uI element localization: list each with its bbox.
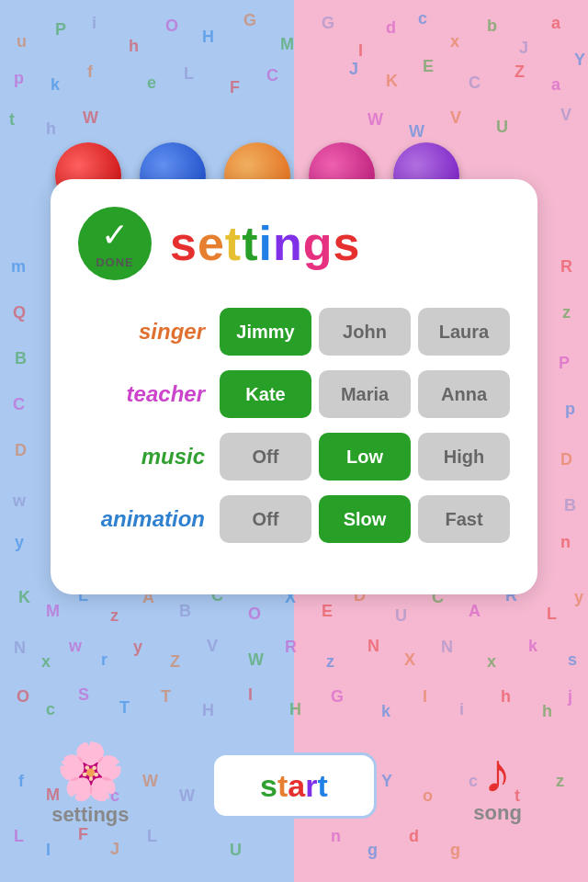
music-label: music (78, 444, 220, 469)
singer-row: singer Jimmy John Laura (78, 308, 510, 356)
singer-john-button[interactable]: John (319, 308, 411, 356)
checkmark-icon: ✓ (101, 219, 129, 252)
singer-label: singer (78, 319, 220, 345)
teacher-row: teacher Kate Maria Anna (78, 370, 510, 418)
singer-jimmy-button[interactable]: Jimmy (220, 308, 311, 356)
teacher-kate-button[interactable]: Kate (220, 370, 311, 418)
settings-nav-label: settings (51, 803, 129, 827)
song-nav-label: song (473, 801, 522, 825)
singer-laura-button[interactable]: Laura (418, 308, 510, 356)
bottom-bar: 🌸 settings start ♪ song (0, 744, 588, 827)
music-off-button[interactable]: Off (220, 433, 311, 481)
music-row: music Off Low High (78, 433, 510, 481)
animation-fast-button[interactable]: Fast (418, 495, 510, 543)
modal-title: settings (170, 216, 360, 271)
music-options: Off Low High (220, 433, 510, 481)
teacher-anna-button[interactable]: Anna (418, 370, 510, 418)
song-nav-button[interactable]: ♪ song (438, 746, 558, 825)
music-low-button[interactable]: Low (319, 433, 411, 481)
modal-header: ✓ DONE settings (78, 207, 510, 280)
animation-off-button[interactable]: Off (220, 495, 311, 543)
singer-options: Jimmy John Laura (220, 308, 510, 356)
animation-slow-button[interactable]: Slow (319, 495, 411, 543)
flower-icon: 🌸 (56, 744, 125, 799)
start-button[interactable]: start (211, 752, 377, 819)
done-button[interactable]: ✓ DONE (78, 207, 152, 280)
music-note-icon: ♪ (484, 746, 512, 801)
done-label: DONE (96, 255, 134, 269)
teacher-options: Kate Maria Anna (220, 370, 510, 418)
music-high-button[interactable]: High (418, 433, 510, 481)
animation-row: animation Off Slow Fast (78, 495, 510, 543)
settings-modal: ✓ DONE settings singer Jimmy John Laura … (51, 179, 537, 594)
teacher-maria-button[interactable]: Maria (319, 370, 411, 418)
animation-options: Off Slow Fast (220, 495, 510, 543)
settings-nav-button[interactable]: 🌸 settings (30, 744, 150, 827)
teacher-label: teacher (78, 381, 220, 407)
start-label: start (260, 768, 328, 804)
animation-label: animation (78, 506, 220, 532)
